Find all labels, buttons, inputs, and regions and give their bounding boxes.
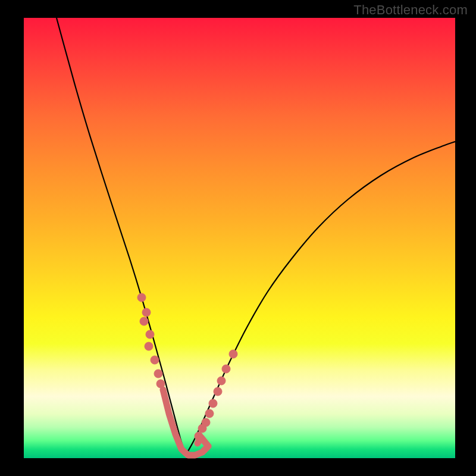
data-dot (142, 308, 151, 317)
data-dot (214, 387, 222, 396)
chart-frame: TheBottleneck.com (0, 0, 476, 476)
data-dot (146, 330, 154, 339)
data-dot (198, 424, 206, 433)
data-dot (195, 432, 203, 440)
data-dot (154, 369, 162, 378)
dots-left (137, 293, 165, 388)
data-dot (209, 399, 217, 408)
data-dot (145, 342, 153, 350)
dots-right (195, 350, 237, 440)
data-dot (151, 356, 159, 364)
right-curve (186, 142, 455, 455)
data-dot (222, 365, 230, 373)
data-dot (217, 377, 226, 385)
data-dot (205, 409, 214, 418)
data-dot (140, 317, 148, 325)
plot-area (24, 18, 455, 458)
watermark-text: TheBottleneck.com (353, 2, 468, 18)
data-dot (229, 350, 237, 358)
data-dot (156, 380, 165, 388)
chart-svg (24, 18, 455, 458)
data-dot (137, 293, 146, 302)
